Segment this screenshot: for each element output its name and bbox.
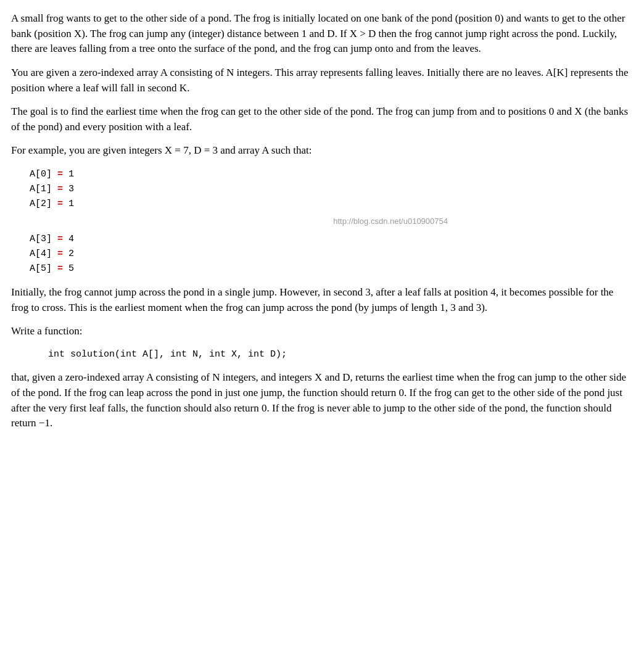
paragraph-5: Initially, the frog cannot jump across t… (11, 285, 633, 315)
array-label-1: A[1] (30, 184, 52, 194)
paragraph-2: You are given a zero-indexed array A con… (11, 65, 633, 96)
array-val-3: 4 (68, 234, 74, 244)
paragraph-4: For example, you are given integers X = … (11, 143, 633, 159)
array-eq-0: = (57, 169, 68, 180)
array-line-0: A[0] = 1 (30, 167, 633, 182)
paragraph-1: A small frog wants to get to the other s… (11, 11, 633, 57)
paragraph-7: that, given a zero-indexed array A consi… (11, 370, 633, 431)
array-label-2: A[2] (30, 199, 52, 209)
watermark-line: http://blog.csdn.net/u010900754 (30, 212, 633, 232)
array-eq-2: = (57, 199, 68, 209)
array-line-4: A[4] = 2 (30, 247, 633, 262)
array-label-0: A[0] (30, 169, 52, 180)
array-line-1: A[1] = 3 (30, 182, 633, 197)
array-val-2: 1 (68, 199, 74, 209)
main-content: A small frog wants to get to the other s… (11, 11, 633, 431)
array-label-3: A[3] (30, 234, 52, 244)
watermark: http://blog.csdn.net/u010900754 (333, 215, 448, 228)
array-val-1: 3 (68, 184, 74, 194)
array-eq-3: = (57, 234, 68, 244)
array-val-0: 1 (68, 169, 74, 180)
array-eq-1: = (57, 184, 68, 194)
array-eq-5: = (57, 263, 68, 274)
array-line-3: A[3] = 4 (30, 232, 633, 247)
paragraph-3: The goal is to find the earliest time wh… (11, 104, 633, 134)
array-eq-4: = (57, 249, 68, 259)
function-signature: int solution(int A[], int N, int X, int … (48, 348, 633, 362)
array-line-2: A[2] = 1 (30, 197, 633, 212)
array-label-4: A[4] (30, 249, 52, 259)
array-label-5: A[5] (30, 263, 52, 274)
array-val-4: 2 (68, 249, 74, 259)
array-val-5: 5 (68, 263, 74, 274)
array-example: A[0] = 1 A[1] = 3 A[2] = 1 http://blog.c… (11, 167, 633, 276)
paragraph-6: Write a function: (11, 324, 633, 339)
array-line-5: A[5] = 5 (30, 262, 633, 276)
